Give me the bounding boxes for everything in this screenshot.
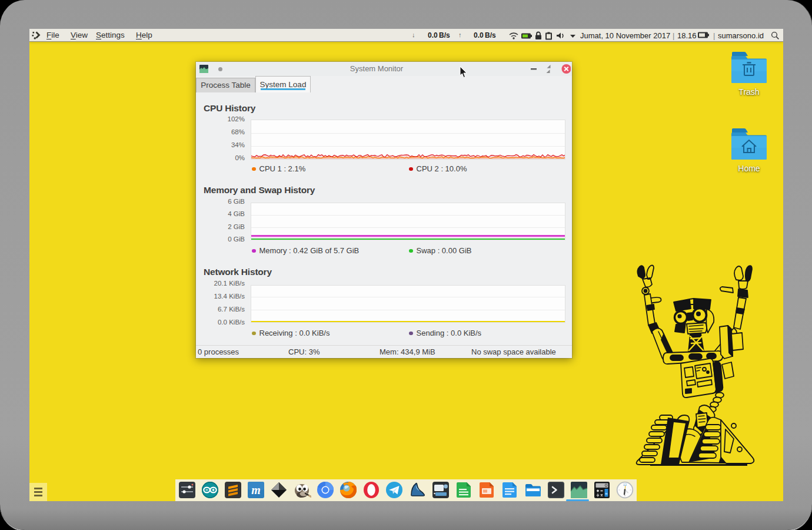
svg-text:12: 12 <box>623 483 627 486</box>
svg-text:m: m <box>251 483 261 496</box>
